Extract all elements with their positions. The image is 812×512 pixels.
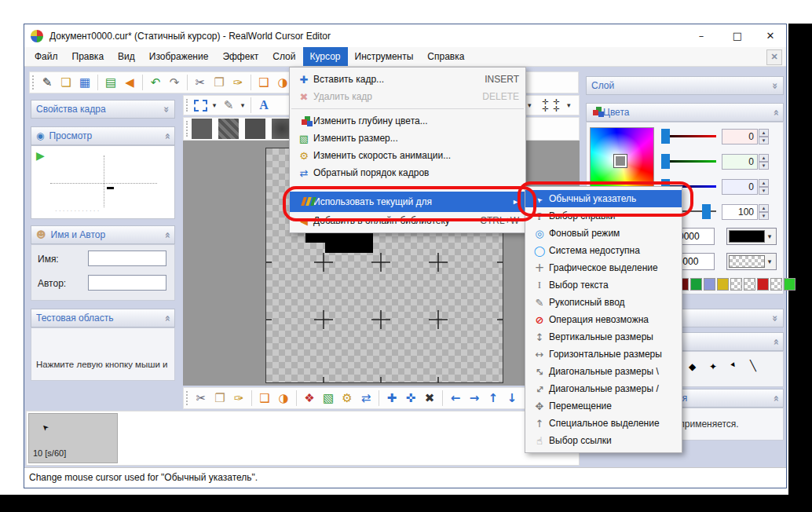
undo-icon[interactable]: ↶ bbox=[146, 73, 165, 92]
text-tool-icon[interactable]: A bbox=[254, 96, 273, 115]
shift-up-icon[interactable]: ↑ bbox=[484, 389, 503, 408]
pencil-caret-icon[interactable]: ▾ bbox=[238, 96, 247, 115]
green-slider[interactable] bbox=[661, 154, 716, 170]
cut-icon[interactable]: ✂ bbox=[191, 73, 210, 92]
author-input[interactable] bbox=[88, 275, 166, 291]
green-value[interactable]: 0 bbox=[722, 154, 758, 170]
spin-down-icon[interactable]: ▼ bbox=[759, 187, 769, 195]
chevron-down-icon[interactable]: » bbox=[160, 106, 172, 112]
menu-item-change-color-depth[interactable]: Изменить глубину цвета... bbox=[290, 112, 525, 130]
close-button[interactable]: ✕ bbox=[754, 24, 787, 47]
chevron-up-icon[interactable]: » bbox=[769, 109, 781, 115]
brush-style-solid[interactable] bbox=[192, 119, 212, 139]
submenu-item-move[interactable]: ✥ Перемещение bbox=[525, 397, 682, 415]
selection-tool-icon[interactable] bbox=[194, 100, 207, 112]
save-icon[interactable]: ▦ bbox=[75, 73, 94, 92]
submenu-item-diagonal-resize-1[interactable]: ↔ Диагональные размеры \ bbox=[525, 363, 682, 380]
blue-value[interactable]: 0 bbox=[722, 179, 758, 195]
brush-icon[interactable]: ✑ bbox=[229, 73, 247, 92]
color-swatch-dropdown-1[interactable]: ▾ bbox=[726, 228, 777, 245]
resize-icon[interactable]: ▧ bbox=[319, 389, 338, 408]
document-close-button[interactable]: ✕ bbox=[766, 49, 782, 65]
maximize-button[interactable]: □ bbox=[721, 24, 754, 47]
menu-item-insert-frame[interactable]: ✚ Вставить кадр... INSERT bbox=[290, 71, 525, 88]
spin-up-icon[interactable]: ▲ bbox=[759, 129, 769, 137]
panel-colors-header[interactable]: Цвета » bbox=[586, 103, 784, 122]
palette-swatch[interactable] bbox=[704, 278, 715, 291]
pencil-tool-icon[interactable]: ✎ bbox=[219, 96, 238, 115]
frames-icon[interactable]: ❑ bbox=[255, 389, 274, 408]
brush-style-hatched[interactable] bbox=[218, 119, 239, 139]
shift-right-icon[interactable]: → bbox=[465, 389, 484, 408]
preview-area[interactable]: ▶ · · · · · · · · · · · · bbox=[31, 145, 175, 219]
alpha-spinner[interactable]: ▲▼ bbox=[759, 204, 769, 220]
alpha-value[interactable]: 100 bbox=[722, 204, 758, 220]
cursor-glyph-2[interactable]: ✦ bbox=[709, 361, 717, 372]
palette-swatch[interactable] bbox=[770, 278, 782, 291]
red-value[interactable]: 0 bbox=[722, 129, 758, 144]
shift-left-icon[interactable]: ← bbox=[446, 389, 465, 408]
add-frame-icon[interactable]: ✚ bbox=[382, 389, 401, 408]
color-depth-icon[interactable]: ❖ bbox=[300, 389, 319, 408]
menu-image[interactable]: Изображение bbox=[142, 47, 216, 66]
paste-icon[interactable]: ❐ bbox=[210, 389, 229, 408]
menu-item-add-to-online-library[interactable]: ◀ Добавить в онлайн-библиотеку CTRL+W bbox=[290, 212, 525, 229]
shift-down-icon[interactable]: ↓ bbox=[503, 389, 521, 408]
spin-up-icon[interactable]: ▲ bbox=[759, 204, 769, 212]
red-slider-handle[interactable] bbox=[661, 129, 670, 144]
palette-swatch[interactable] bbox=[757, 278, 769, 291]
panel-test-area-header[interactable]: Тестовая область » bbox=[31, 309, 175, 327]
green-slider-handle[interactable] bbox=[661, 154, 670, 169]
menu-effect[interactable]: Эффект bbox=[215, 47, 265, 66]
chevron-down-icon[interactable]: » bbox=[769, 315, 781, 321]
submenu-item-link-select[interactable]: ☝ Выбор ссылки bbox=[525, 432, 682, 449]
red-spinner[interactable]: ▲▼ bbox=[759, 129, 769, 144]
submenu-item-working-in-background[interactable]: ◎ Фоновый режим bbox=[525, 225, 682, 242]
submenu-item-horizontal-resize[interactable]: ↔ Горизонтальные размеры bbox=[525, 346, 682, 363]
submenu-item-precision-select[interactable]: + Графическое выделение bbox=[525, 259, 682, 276]
palette-swatch[interactable] bbox=[744, 278, 755, 291]
frames-icon[interactable]: ❑ bbox=[254, 73, 273, 92]
cursor-glyph-4[interactable]: ╲ bbox=[750, 360, 756, 371]
submenu-item-diagonal-resize-2[interactable]: ↔ Диагональные размеры / bbox=[525, 380, 682, 397]
menu-edit[interactable]: Правка bbox=[65, 47, 112, 66]
publish-online-icon[interactable]: ◀ bbox=[120, 73, 139, 92]
spin-down-icon[interactable]: ▼ bbox=[759, 162, 769, 170]
menu-item-delete-frame[interactable]: ✖ Удалить кадр DELETE bbox=[290, 88, 525, 105]
play-icon[interactable]: ▶ bbox=[36, 149, 45, 162]
menu-file[interactable]: Файл bbox=[27, 47, 65, 66]
reverse-order-icon[interactable]: ⇄ bbox=[357, 389, 375, 408]
submenu-item-help-select[interactable]: ? Выбор справки bbox=[525, 207, 682, 225]
frame-thumbnail[interactable]: ➤ 10 [s/60] bbox=[28, 413, 118, 463]
hotspot-caret-right-icon[interactable]: ▾ bbox=[567, 101, 571, 109]
green-spinner[interactable]: ▲▼ bbox=[759, 154, 769, 170]
submenu-item-text-select[interactable]: I Выбор текста bbox=[525, 276, 682, 294]
menu-item-reverse-order[interactable]: ⇄ Обратный порядок кадров bbox=[290, 164, 525, 181]
color-field-selector[interactable] bbox=[614, 155, 627, 167]
open-icon[interactable]: ❏ bbox=[57, 73, 75, 92]
palette-swatch[interactable] bbox=[690, 278, 702, 291]
menu-layer[interactable]: Слой bbox=[265, 47, 302, 66]
new-icon[interactable]: ✎ bbox=[38, 73, 57, 92]
selection-caret-icon[interactable]: ▾ bbox=[210, 96, 219, 115]
panel-layer-header[interactable]: Слой » bbox=[586, 76, 784, 95]
blue-spinner[interactable]: ▲▼ bbox=[759, 179, 769, 195]
palette-swatch[interactable] bbox=[730, 278, 742, 291]
panel-name-author-header[interactable]: ☻ Имя и Автор » bbox=[31, 225, 175, 244]
spin-up-icon[interactable]: ▲ bbox=[759, 154, 769, 162]
menu-item-use-current-for[interactable]: Использовать текущий для ► bbox=[290, 192, 525, 212]
hotspot-tool-icon[interactable]: ✛ bbox=[542, 97, 550, 106]
cut-icon[interactable]: ✂ bbox=[192, 389, 210, 408]
alpha-slider-handle[interactable] bbox=[702, 204, 711, 219]
red-slider[interactable] bbox=[661, 129, 716, 144]
paste-icon[interactable]: ❐ bbox=[210, 73, 229, 92]
menu-item-animation-speed[interactable]: ⚙ Изменить скорость анимации... bbox=[290, 147, 525, 164]
spin-down-icon[interactable]: ▼ bbox=[759, 212, 769, 220]
submenu-item-vertical-resize[interactable]: ↕ Вертикальные размеры bbox=[525, 328, 682, 346]
duplicate-frame-icon[interactable]: ✜ bbox=[401, 389, 420, 408]
export-image-icon[interactable]: ▤ bbox=[101, 73, 120, 92]
cursor-glyph-3[interactable]: ▾ bbox=[729, 360, 738, 371]
chevron-up-icon[interactable]: » bbox=[160, 232, 172, 238]
submenu-item-handwriting[interactable]: ✎ Рукописный ввод bbox=[525, 294, 682, 311]
palette-swatch[interactable] bbox=[717, 278, 729, 291]
